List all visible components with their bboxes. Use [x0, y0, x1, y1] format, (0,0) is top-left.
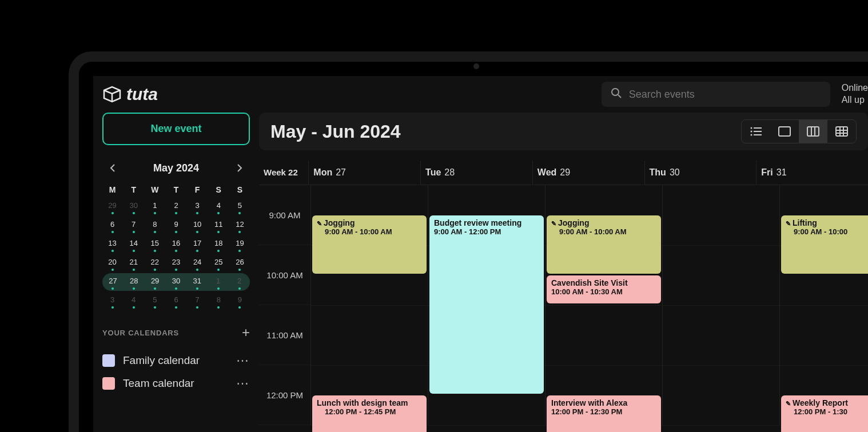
mini-day[interactable]: 3 [102, 292, 122, 310]
calendar-item[interactable]: Family calendar⋯ [102, 353, 250, 368]
next-month-button[interactable] [232, 160, 248, 176]
event-time: 12:00 PM - 12:45 PM [317, 407, 422, 416]
content-header: May - Jun 2024 [259, 113, 868, 150]
mini-day[interactable]: 7 [188, 292, 208, 310]
days-row: ✎Jogging9:00 AM - 10:00 AMLunch with des… [310, 185, 868, 425]
mini-day[interactable]: 29 [102, 198, 122, 215]
mini-dow: M [102, 183, 122, 197]
logo-icon [102, 86, 122, 103]
mini-cal-title: May 2024 [153, 162, 199, 174]
mini-day[interactable]: 30 [124, 198, 144, 215]
mini-day[interactable]: 21 [124, 254, 144, 272]
mini-day[interactable]: 24 [188, 254, 208, 272]
sidebar: New event May 2024 MTWTFSS29301234567891… [93, 113, 259, 432]
mini-day[interactable]: 26 [230, 254, 250, 272]
mini-day[interactable]: 28 [124, 273, 145, 291]
new-event-button[interactable]: New event [102, 113, 250, 145]
mini-day[interactable]: 7 [124, 217, 144, 234]
event[interactable]: ✎Jogging9:00 AM - 10:00 AM [547, 215, 661, 274]
svg-rect-12 [836, 127, 847, 136]
mini-day[interactable]: 23 [166, 254, 186, 272]
mini-day[interactable]: 14 [124, 235, 144, 253]
mini-day[interactable]: 11 [209, 217, 229, 234]
mini-day[interactable]: 19 [230, 235, 250, 253]
mini-dow: W [145, 183, 165, 197]
mini-day[interactable]: 4 [124, 292, 144, 310]
main: New event May 2024 MTWTFSS29301234567891… [93, 113, 868, 432]
event[interactable]: Lunch with design team12:00 PM - 12:45 P… [312, 395, 427, 433]
mini-day[interactable]: 30 [166, 273, 187, 291]
event[interactable]: ✎Weekly Report12:00 PM - 1:30 [781, 395, 868, 433]
mini-dow: T [124, 183, 144, 197]
hour-label: 12:00 PM [259, 365, 310, 425]
event[interactable]: Cavendish Site Visit10:00 AM - 10:30 AM [547, 275, 661, 304]
event-time: 9:00 AM - 10:00 [786, 227, 868, 236]
mini-day[interactable]: 25 [209, 254, 229, 272]
mini-day[interactable]: 1 [145, 198, 165, 215]
brand-logo[interactable]: tuta [102, 85, 158, 104]
mini-day[interactable]: 12 [230, 217, 250, 234]
svg-rect-9 [807, 127, 819, 136]
event[interactable]: ✎Jogging9:00 AM - 10:00 AM [312, 215, 427, 274]
mini-day[interactable]: 3 [188, 198, 208, 215]
mini-day[interactable]: 5 [145, 292, 165, 310]
add-calendar-button[interactable]: + [242, 325, 250, 341]
view-agenda-button[interactable] [742, 120, 770, 143]
calendar-menu-button[interactable]: ⋯ [236, 376, 250, 391]
search-input[interactable] [629, 89, 821, 101]
mini-day[interactable]: 31 [186, 273, 208, 291]
mini-day[interactable]: 13 [102, 235, 122, 253]
mini-day[interactable]: 4 [209, 198, 229, 215]
view-week-button[interactable] [799, 120, 827, 143]
svg-line-1 [618, 95, 621, 98]
mini-day[interactable]: 20 [102, 254, 122, 272]
mini-day[interactable]: 27 [102, 273, 124, 291]
day-header[interactable]: Fri31 [756, 161, 868, 185]
mini-day[interactable]: 8 [209, 292, 229, 310]
mini-day[interactable]: 22 [145, 254, 165, 272]
view-day-button[interactable] [770, 120, 799, 143]
mini-calendar: May 2024 MTWTFSS293012345678910111213141… [102, 155, 250, 314]
mini-day[interactable]: 9 [230, 292, 250, 310]
mini-day[interactable]: 6 [166, 292, 186, 310]
mini-day[interactable]: 2 [166, 198, 186, 215]
event-title: Interview with Alexa [551, 398, 656, 407]
mini-day[interactable]: 10 [188, 217, 208, 234]
calendar-item[interactable]: Team calendar⋯ [102, 376, 250, 391]
device-frame: tuta Online All up New event [69, 51, 868, 432]
calendar-list: Family calendar⋯Team calendar⋯ [102, 353, 250, 391]
mini-day[interactable]: 18 [209, 235, 229, 253]
mini-day[interactable]: 29 [145, 273, 166, 291]
pencil-icon: ✎ [317, 220, 322, 227]
mini-dow: F [188, 183, 208, 197]
event[interactable]: ✎Lifting9:00 AM - 10:00 [781, 215, 868, 274]
event-time: 12:00 PM - 1:30 [786, 407, 868, 416]
prev-month-button[interactable] [105, 160, 121, 176]
mini-day[interactable]: 9 [166, 217, 186, 234]
topbar: tuta Online All up [93, 76, 868, 113]
day-column[interactable] [662, 185, 779, 425]
day-column[interactable]: ✎Jogging9:00 AM - 10:00 AMCavendish Site… [545, 185, 662, 425]
mini-day[interactable]: 6 [102, 217, 122, 234]
mini-day[interactable]: 15 [145, 235, 165, 253]
calendar-menu-button[interactable]: ⋯ [236, 353, 250, 368]
view-switcher [741, 119, 857, 143]
day-column[interactable]: ✎Jogging9:00 AM - 10:00 AMLunch with des… [310, 185, 428, 425]
mini-day[interactable]: 5 [230, 198, 250, 215]
event[interactable]: Budget review meeting9:00 AM - 12:00 PM [429, 215, 544, 394]
view-month-button[interactable] [827, 120, 856, 143]
day-column[interactable]: Budget review meeting9:00 AM - 12:00 PM [428, 185, 545, 425]
mini-day[interactable]: 17 [188, 235, 208, 253]
mini-day[interactable]: 1 [208, 273, 229, 291]
mini-day[interactable]: 2 [229, 273, 250, 291]
event[interactable]: Interview with Alexa12:00 PM - 12:30 PM [547, 395, 661, 433]
status-line2: All up [842, 94, 868, 106]
day-header[interactable]: Thu30 [644, 161, 756, 185]
day-column[interactable]: ✎Lifting9:00 AM - 10:00✎Weekly Report12:… [779, 185, 868, 425]
day-header[interactable]: Tue28 [420, 161, 532, 185]
mini-day[interactable]: 16 [166, 235, 186, 253]
mini-day[interactable]: 8 [145, 217, 165, 234]
day-header[interactable]: Wed29 [532, 161, 644, 185]
search-box[interactable] [602, 82, 830, 107]
day-header[interactable]: Mon27 [308, 161, 420, 185]
